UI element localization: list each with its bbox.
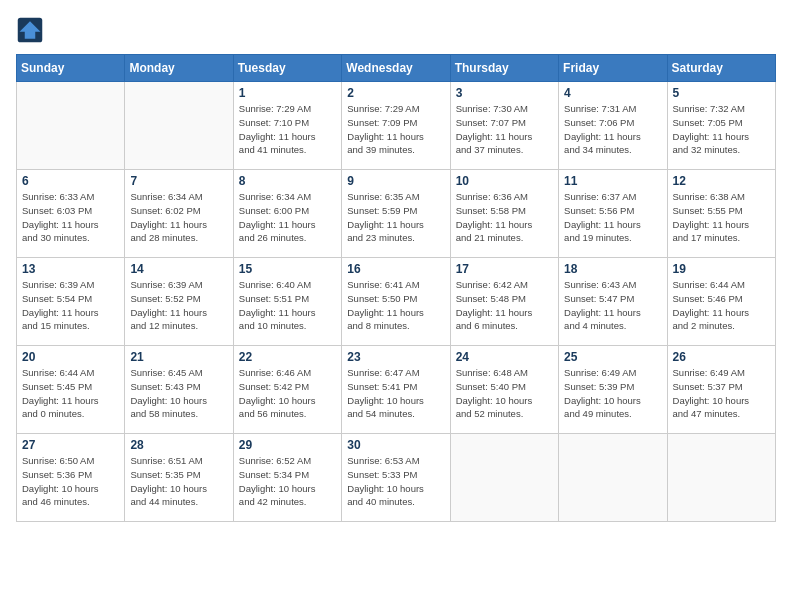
day-number: 4 [564, 86, 661, 100]
calendar-cell: 29Sunrise: 6:52 AM Sunset: 5:34 PM Dayli… [233, 434, 341, 522]
calendar-cell: 22Sunrise: 6:46 AM Sunset: 5:42 PM Dayli… [233, 346, 341, 434]
day-number: 21 [130, 350, 227, 364]
day-number: 8 [239, 174, 336, 188]
day-number: 6 [22, 174, 119, 188]
calendar-cell: 19Sunrise: 6:44 AM Sunset: 5:46 PM Dayli… [667, 258, 775, 346]
calendar-cell: 8Sunrise: 6:34 AM Sunset: 6:00 PM Daylig… [233, 170, 341, 258]
day-number: 15 [239, 262, 336, 276]
day-info: Sunrise: 6:34 AM Sunset: 6:02 PM Dayligh… [130, 190, 227, 245]
day-info: Sunrise: 6:44 AM Sunset: 5:46 PM Dayligh… [673, 278, 770, 333]
calendar-cell [559, 434, 667, 522]
logo [16, 16, 48, 44]
day-number: 3 [456, 86, 553, 100]
weekday-header-sunday: Sunday [17, 55, 125, 82]
day-number: 10 [456, 174, 553, 188]
day-info: Sunrise: 7:31 AM Sunset: 7:06 PM Dayligh… [564, 102, 661, 157]
day-number: 23 [347, 350, 444, 364]
day-info: Sunrise: 6:46 AM Sunset: 5:42 PM Dayligh… [239, 366, 336, 421]
weekday-header-thursday: Thursday [450, 55, 558, 82]
calendar-cell: 13Sunrise: 6:39 AM Sunset: 5:54 PM Dayli… [17, 258, 125, 346]
calendar-cell [667, 434, 775, 522]
day-info: Sunrise: 6:49 AM Sunset: 5:37 PM Dayligh… [673, 366, 770, 421]
day-info: Sunrise: 6:37 AM Sunset: 5:56 PM Dayligh… [564, 190, 661, 245]
calendar-cell: 25Sunrise: 6:49 AM Sunset: 5:39 PM Dayli… [559, 346, 667, 434]
calendar-cell: 27Sunrise: 6:50 AM Sunset: 5:36 PM Dayli… [17, 434, 125, 522]
calendar-cell: 9Sunrise: 6:35 AM Sunset: 5:59 PM Daylig… [342, 170, 450, 258]
calendar-cell: 11Sunrise: 6:37 AM Sunset: 5:56 PM Dayli… [559, 170, 667, 258]
calendar-cell: 1Sunrise: 7:29 AM Sunset: 7:10 PM Daylig… [233, 82, 341, 170]
calendar-cell [125, 82, 233, 170]
day-number: 20 [22, 350, 119, 364]
day-info: Sunrise: 6:33 AM Sunset: 6:03 PM Dayligh… [22, 190, 119, 245]
day-number: 29 [239, 438, 336, 452]
day-number: 11 [564, 174, 661, 188]
day-info: Sunrise: 6:42 AM Sunset: 5:48 PM Dayligh… [456, 278, 553, 333]
day-info: Sunrise: 6:35 AM Sunset: 5:59 PM Dayligh… [347, 190, 444, 245]
day-info: Sunrise: 6:44 AM Sunset: 5:45 PM Dayligh… [22, 366, 119, 421]
weekday-header-friday: Friday [559, 55, 667, 82]
weekday-header-tuesday: Tuesday [233, 55, 341, 82]
day-info: Sunrise: 6:48 AM Sunset: 5:40 PM Dayligh… [456, 366, 553, 421]
calendar-cell: 15Sunrise: 6:40 AM Sunset: 5:51 PM Dayli… [233, 258, 341, 346]
calendar-cell [450, 434, 558, 522]
calendar-cell: 21Sunrise: 6:45 AM Sunset: 5:43 PM Dayli… [125, 346, 233, 434]
day-info: Sunrise: 6:52 AM Sunset: 5:34 PM Dayligh… [239, 454, 336, 509]
calendar-cell: 23Sunrise: 6:47 AM Sunset: 5:41 PM Dayli… [342, 346, 450, 434]
weekday-header-saturday: Saturday [667, 55, 775, 82]
day-info: Sunrise: 6:39 AM Sunset: 5:54 PM Dayligh… [22, 278, 119, 333]
calendar-table: SundayMondayTuesdayWednesdayThursdayFrid… [16, 54, 776, 522]
calendar-cell: 30Sunrise: 6:53 AM Sunset: 5:33 PM Dayli… [342, 434, 450, 522]
day-number: 24 [456, 350, 553, 364]
day-number: 28 [130, 438, 227, 452]
day-number: 9 [347, 174, 444, 188]
day-number: 12 [673, 174, 770, 188]
day-info: Sunrise: 6:39 AM Sunset: 5:52 PM Dayligh… [130, 278, 227, 333]
weekday-header-monday: Monday [125, 55, 233, 82]
calendar-cell: 4Sunrise: 7:31 AM Sunset: 7:06 PM Daylig… [559, 82, 667, 170]
calendar-cell: 2Sunrise: 7:29 AM Sunset: 7:09 PM Daylig… [342, 82, 450, 170]
calendar-cell: 3Sunrise: 7:30 AM Sunset: 7:07 PM Daylig… [450, 82, 558, 170]
day-number: 25 [564, 350, 661, 364]
calendar-cell: 5Sunrise: 7:32 AM Sunset: 7:05 PM Daylig… [667, 82, 775, 170]
day-info: Sunrise: 6:34 AM Sunset: 6:00 PM Dayligh… [239, 190, 336, 245]
calendar-cell [17, 82, 125, 170]
day-info: Sunrise: 7:29 AM Sunset: 7:09 PM Dayligh… [347, 102, 444, 157]
weekday-header-wednesday: Wednesday [342, 55, 450, 82]
day-info: Sunrise: 6:43 AM Sunset: 5:47 PM Dayligh… [564, 278, 661, 333]
day-number: 1 [239, 86, 336, 100]
day-info: Sunrise: 6:49 AM Sunset: 5:39 PM Dayligh… [564, 366, 661, 421]
day-info: Sunrise: 6:41 AM Sunset: 5:50 PM Dayligh… [347, 278, 444, 333]
calendar-cell: 14Sunrise: 6:39 AM Sunset: 5:52 PM Dayli… [125, 258, 233, 346]
day-number: 26 [673, 350, 770, 364]
calendar-cell: 28Sunrise: 6:51 AM Sunset: 5:35 PM Dayli… [125, 434, 233, 522]
page-header [16, 16, 776, 44]
calendar-cell: 6Sunrise: 6:33 AM Sunset: 6:03 PM Daylig… [17, 170, 125, 258]
calendar-cell: 20Sunrise: 6:44 AM Sunset: 5:45 PM Dayli… [17, 346, 125, 434]
calendar-cell: 26Sunrise: 6:49 AM Sunset: 5:37 PM Dayli… [667, 346, 775, 434]
day-number: 30 [347, 438, 444, 452]
day-number: 16 [347, 262, 444, 276]
calendar-cell: 18Sunrise: 6:43 AM Sunset: 5:47 PM Dayli… [559, 258, 667, 346]
day-number: 13 [22, 262, 119, 276]
day-info: Sunrise: 6:50 AM Sunset: 5:36 PM Dayligh… [22, 454, 119, 509]
logo-icon [16, 16, 44, 44]
day-number: 22 [239, 350, 336, 364]
calendar-cell: 10Sunrise: 6:36 AM Sunset: 5:58 PM Dayli… [450, 170, 558, 258]
day-number: 7 [130, 174, 227, 188]
day-info: Sunrise: 6:45 AM Sunset: 5:43 PM Dayligh… [130, 366, 227, 421]
day-info: Sunrise: 6:38 AM Sunset: 5:55 PM Dayligh… [673, 190, 770, 245]
day-number: 5 [673, 86, 770, 100]
day-info: Sunrise: 6:53 AM Sunset: 5:33 PM Dayligh… [347, 454, 444, 509]
calendar-cell: 17Sunrise: 6:42 AM Sunset: 5:48 PM Dayli… [450, 258, 558, 346]
day-number: 2 [347, 86, 444, 100]
day-number: 19 [673, 262, 770, 276]
day-number: 18 [564, 262, 661, 276]
day-info: Sunrise: 7:32 AM Sunset: 7:05 PM Dayligh… [673, 102, 770, 157]
day-info: Sunrise: 7:29 AM Sunset: 7:10 PM Dayligh… [239, 102, 336, 157]
day-number: 14 [130, 262, 227, 276]
day-info: Sunrise: 6:36 AM Sunset: 5:58 PM Dayligh… [456, 190, 553, 245]
calendar-cell: 12Sunrise: 6:38 AM Sunset: 5:55 PM Dayli… [667, 170, 775, 258]
day-info: Sunrise: 6:40 AM Sunset: 5:51 PM Dayligh… [239, 278, 336, 333]
day-number: 17 [456, 262, 553, 276]
day-info: Sunrise: 6:51 AM Sunset: 5:35 PM Dayligh… [130, 454, 227, 509]
